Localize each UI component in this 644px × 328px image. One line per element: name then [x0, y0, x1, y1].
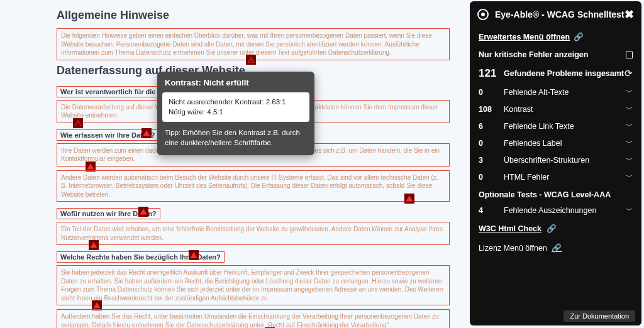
chevron-down-icon: ﹀ [626, 138, 633, 148]
license-menu-link[interactable]: Lizenz Menü öffnen 🔗 [470, 238, 641, 258]
optional-tests-label: Optionale Tests - WCAG Level-AAA [470, 185, 641, 202]
warning-icon[interactable] [404, 194, 414, 204]
documentation-link[interactable]: Zur Dokumentation [564, 310, 635, 322]
issue-row-markups[interactable]: 4 Fehlende Auszeichnungen ﹀ [470, 202, 641, 219]
reload-icon[interactable]: ⟳ [625, 68, 633, 79]
external-link-icon: 🔗 [552, 244, 562, 253]
external-link-icon: 🔗 [547, 224, 557, 233]
panel-title: Eye-Able® - WCAG Schnelltest [495, 9, 625, 19]
paragraph-box[interactable]: Außerdem haben Sie das Recht, unter best… [57, 309, 450, 328]
critical-only-toggle[interactable]: Nur kritische Fehler anzeigen [470, 46, 641, 63]
chevron-down-icon: ﹀ [626, 155, 633, 165]
extended-menu-link[interactable]: Erweitertes Menü öffnen 🔗 [470, 28, 641, 46]
heading-general: Allgemeine Hinweise [57, 9, 450, 22]
eyeable-logo-icon [477, 9, 489, 20]
chevron-down-icon: ﹀ [626, 104, 633, 114]
issue-row-html[interactable]: 0 HTML Fehler ﹀ [470, 168, 641, 185]
w3c-check-link[interactable]: W3C Html Check 🔗 [470, 219, 641, 238]
subheading-rights[interactable]: Welche Rechte haben Sie bezüglich Ihrer … [57, 251, 225, 263]
warning-icon[interactable] [142, 128, 152, 138]
chevron-down-icon: ﹀ [626, 172, 633, 182]
chevron-down-icon: ﹀ [626, 87, 633, 97]
chevron-down-icon: ﹀ [626, 205, 633, 215]
paragraph-box[interactable]: Ein Teil der Daten wird erhoben, um eine… [57, 222, 450, 245]
warning-icon[interactable] [189, 250, 199, 260]
tooltip-tip: Tipp: Erhöhen Sie den Kontrast z.B. durc… [157, 124, 314, 155]
paragraph-box[interactable]: Die folgenden Hinweise geben einen einfa… [57, 28, 450, 60]
tooltip-title: Kontrast: Nicht erfüllt [157, 72, 314, 90]
chevron-down-icon: ﹀ [626, 121, 633, 131]
warning-icon[interactable] [138, 207, 148, 217]
paragraph-box[interactable]: Andere Daten werden automatisch beim Bes… [57, 170, 450, 202]
tooltip-body: Nicht ausreichender Kontrast: 2.63:1 Nöt… [162, 92, 309, 122]
warning-icon[interactable] [246, 55, 256, 65]
contrast-tooltip: Kontrast: Nicht erfüllt Nicht ausreichen… [157, 72, 314, 155]
issue-row-contrast[interactable]: 108 Kontrast ﹀ [470, 101, 641, 118]
total-count: 121 [479, 67, 504, 80]
total-problems-row: 121 Gefundene Probleme insgesamt ⟳ [470, 63, 641, 84]
external-link-icon: 🔗 [574, 32, 584, 41]
close-icon[interactable]: ✖ [625, 8, 634, 21]
checkbox-icon[interactable] [626, 52, 633, 58]
issue-row-label[interactable]: 0 Fehlendes Label ﹀ [470, 134, 641, 151]
paragraph-box[interactable]: Sie haben jederzeit das Recht unentgeltl… [57, 265, 450, 305]
issue-row-headings[interactable]: 3 Überschriften-Strukturen ﹀ [470, 151, 641, 168]
issue-row-alt-texts[interactable]: 0 Fehlende Alt-Texte ﹀ [470, 84, 641, 101]
page-content: Allgemeine Hinweise Die folgenden Hinwei… [0, 0, 469, 328]
panel-header: Eye-Able® - WCAG Schnelltest ✖ [470, 1, 641, 28]
eyeable-panel: Eye-Able® - WCAG Schnelltest ✖ Erweitert… [470, 1, 641, 325]
issue-row-link-texts[interactable]: 6 Fehlende Link Texte ﹀ [470, 118, 641, 134]
